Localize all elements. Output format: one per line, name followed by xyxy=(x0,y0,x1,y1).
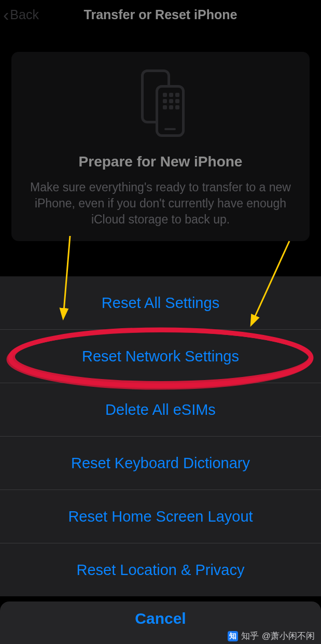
option-label: Reset All Settings xyxy=(102,295,219,312)
reset-all-settings-option[interactable]: Reset All Settings xyxy=(0,276,321,329)
watermark: 知 知乎 @萧小闲不闲 xyxy=(228,630,315,642)
reset-keyboard-dictionary-option[interactable]: Reset Keyboard Dictionary xyxy=(0,437,321,489)
option-label: Reset Network Settings xyxy=(82,348,239,365)
cancel-button[interactable]: Cancel xyxy=(135,610,186,627)
sheet-group: Reset All Settings Reset Network Setting… xyxy=(0,276,321,596)
option-label: Reset Keyboard Dictionary xyxy=(71,455,250,472)
option-label: Delete All eSIMs xyxy=(105,401,216,418)
prepare-description: Make sure everything's ready to transfer… xyxy=(23,179,298,228)
watermark-brand: 知乎 xyxy=(241,630,259,642)
zhihu-logo-icon: 知 xyxy=(228,631,238,641)
page-title: Transfer or Reset iPhone xyxy=(84,7,238,22)
prepare-card: Prepare for New iPhone Make sure everyth… xyxy=(11,52,310,241)
back-button[interactable]: ‹ Back xyxy=(0,6,39,23)
option-label: Reset Home Screen Layout xyxy=(68,508,253,525)
reset-home-screen-layout-option[interactable]: Reset Home Screen Layout xyxy=(0,490,321,543)
devices-transfer-icon xyxy=(130,69,192,137)
watermark-text: @萧小闲不闲 xyxy=(262,630,315,642)
back-label: Back xyxy=(10,7,39,22)
chevron-left-icon: ‹ xyxy=(3,6,9,23)
reset-network-settings-option[interactable]: Reset Network Settings xyxy=(0,330,321,383)
prepare-title: Prepare for New iPhone xyxy=(23,153,298,170)
action-sheet: Reset All Settings Reset Network Setting… xyxy=(0,276,321,644)
cancel-label: Cancel xyxy=(135,610,186,627)
option-label: Reset Location & Privacy xyxy=(77,562,245,579)
nav-header: ‹ Back Transfer or Reset iPhone xyxy=(0,0,321,27)
delete-all-esims-option[interactable]: Delete All eSIMs xyxy=(0,383,321,436)
reset-location-privacy-option[interactable]: Reset Location & Privacy xyxy=(0,543,321,596)
